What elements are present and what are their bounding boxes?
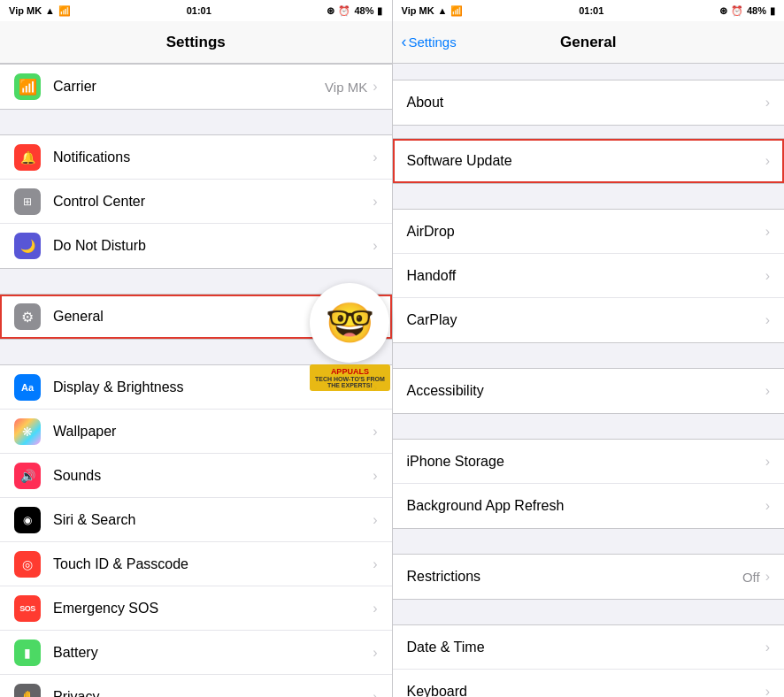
settings-row-notifications[interactable]: 🔔 Notifications › [0,135,392,180]
control-center-chevron: › [373,194,377,210]
wifi-icon-right: 📶 [450,5,463,17]
airdrop-chevron: › [765,224,770,240]
back-chevron-icon: ‹ [402,33,407,51]
wallpaper-chevron: › [373,424,377,440]
notifications-icon: 🔔 [14,144,41,171]
wifi-icon: 📶 [58,5,71,17]
settings-row-emergency[interactable]: SOS Emergency SOS › [0,586,392,631]
nav-title-right: General [560,34,616,51]
settings-row-restrictions[interactable]: Restrictions Off › [393,555,785,599]
carrier-label: Vip MK [9,5,42,16]
do-not-disturb-icon: 🌙 [14,233,41,259]
background-refresh-chevron: › [765,498,770,514]
status-right-right: ⊛ ⏰ 48% ▮ [719,5,775,17]
back-button[interactable]: ‹ Settings [402,33,457,51]
spacer-r2 [393,184,785,200]
settings-row-general[interactable]: ⚙ General › [0,295,392,339]
nav-bar-right: ‹ Settings General [393,21,785,64]
settings-row-keyboard[interactable]: Keyboard › [393,670,785,697]
signal-icon-right: ▲ [438,5,448,16]
spacer-r3 [393,343,785,359]
battery-icon-row: ▮ [14,640,41,666]
datetime-group: Date & Time › Keyboard › [393,624,785,697]
status-bar-left: Vip MK ▲ 📶 01:01 ⊛ ⏰ 48% ▮ [0,0,392,21]
privacy-chevron: › [373,689,377,697]
about-group: About › [393,80,785,126]
left-scroll[interactable]: 📶 Carrier Vip MK › 🔔 Notifications › ⊞ C… [0,64,392,697]
status-left: Vip MK ▲ 📶 [9,5,71,17]
settings-row-sounds[interactable]: 🔊 Sounds › [0,454,392,498]
settings-row-touchid[interactable]: ◎ Touch ID & Passcode › [0,542,392,586]
display-chevron: › [373,379,377,395]
right-scroll[interactable]: About › Software Update › AirDrop › Hand… [393,64,785,697]
wallpaper-icon: ❋ [14,418,41,445]
spacer-r0 [393,64,785,71]
privacy-icon: ✋ [14,684,41,697]
battery-percent-right: 48% [747,5,766,16]
carrier-group: 📶 Carrier Vip MK › [0,64,392,110]
airdrop-label: AirDrop [407,224,765,240]
settings-row-display[interactable]: Aa Display & Brightness › [0,365,392,410]
spacer-r6 [393,600,785,616]
siri-label: Siri & Search [53,512,373,528]
emergency-label: Emergency SOS [53,601,373,617]
carrier-value: Vip MK [325,80,367,95]
settings-row-background-refresh[interactable]: Background App Refresh › [393,484,785,528]
carrier-label-row: Carrier [53,79,325,95]
settings-row-privacy[interactable]: ✋ Privacy › [0,675,392,697]
settings-row-datetime[interactable]: Date & Time › [393,625,785,670]
connectivity-group: AirDrop › Handoff › CarPlay › [393,209,785,343]
wallpaper-label: Wallpaper [53,424,373,440]
settings-row-about[interactable]: About › [393,80,785,125]
accessibility-group: Accessibility › [393,368,785,414]
carrier-chevron: › [373,79,377,95]
siri-chevron: › [373,512,377,528]
iphone-storage-chevron: › [765,454,770,470]
settings-row-accessibility[interactable]: Accessibility › [393,369,785,413]
status-right-left: ⊛ ⏰ 48% ▮ [327,5,382,17]
siri-icon: ◉ [14,507,41,533]
left-panel: Vip MK ▲ 📶 01:01 ⊛ ⏰ 48% ▮ Settings 📶 Ca… [0,0,392,697]
settings-row-battery[interactable]: ▮ Battery › [0,631,392,675]
restrictions-chevron: › [765,569,770,585]
control-center-label: Control Center [53,194,373,210]
settings-row-airdrop[interactable]: AirDrop › [393,210,785,254]
battery-label: Battery [53,645,373,661]
settings-row-carrier[interactable]: 📶 Carrier Vip MK › [0,65,392,109]
touchid-chevron: › [373,556,377,572]
settings-row-iphone-storage[interactable]: iPhone Storage › [393,440,785,484]
settings-row-wallpaper[interactable]: ❋ Wallpaper › [0,410,392,454]
accessibility-label: Accessibility [407,383,765,399]
do-not-disturb-label: Do Not Disturb [53,238,373,254]
restrictions-group: Restrictions Off › [393,554,785,600]
right-panel: Vip MK ▲ 📶 01:01 ⊛ ⏰ 48% ▮ ‹ Settings Ge… [393,0,785,697]
settings-row-carplay[interactable]: CarPlay › [393,298,785,342]
battery-icon-right: ▮ [770,5,775,17]
datetime-chevron: › [765,640,770,655]
notifications-group: 🔔 Notifications › ⊞ Control Center › 🌙 D… [0,134,392,269]
settings-row-control-center[interactable]: ⊞ Control Center › [0,180,392,224]
general-label: General [53,309,373,325]
battery-icon-left: ▮ [377,5,382,17]
spacer-2 [0,269,392,285]
settings-row-siri[interactable]: ◉ Siri & Search › [0,498,392,542]
settings-row-software-update[interactable]: Software Update › [393,139,785,183]
sounds-label: Sounds [53,468,373,484]
spacer-r5 [393,529,785,545]
back-label: Settings [409,34,457,50]
software-update-label: Software Update [407,153,765,169]
carrier-icon-symbol: 📶 [19,78,37,96]
keyboard-label: Keyboard [407,684,765,697]
software-update-group: Software Update › [393,138,785,184]
settings-row-handoff[interactable]: Handoff › [393,254,785,298]
emergency-chevron: › [373,601,377,617]
iphone-storage-label: iPhone Storage [407,454,765,470]
spacer-1 [0,110,392,126]
keyboard-chevron: › [765,684,770,697]
status-time-right: 01:01 [579,5,603,16]
do-not-disturb-chevron: › [373,238,377,254]
spacer-r1 [393,126,785,129]
sounds-chevron: › [373,468,377,484]
spacer-3 [0,340,392,356]
settings-row-do-not-disturb[interactable]: 🌙 Do Not Disturb › [0,224,392,268]
